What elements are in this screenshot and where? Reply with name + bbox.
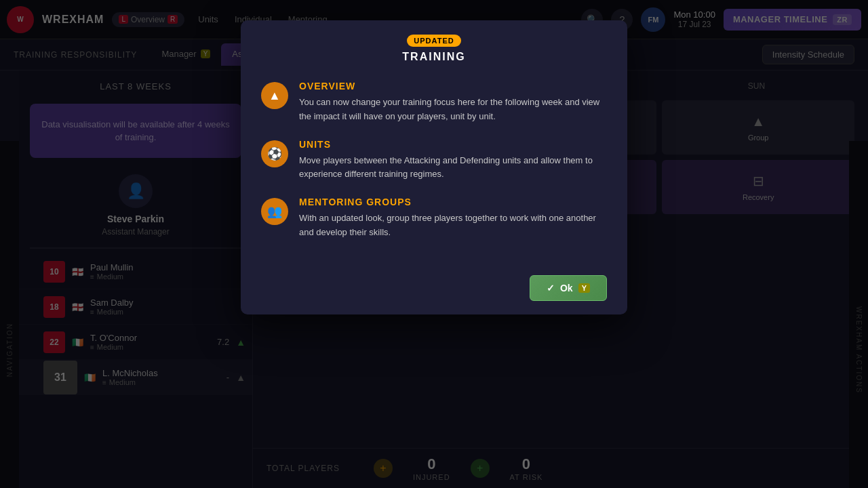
units-text: Move players between the Attacking and D… (299, 154, 607, 182)
mentoring-text: With an updated look, group three player… (299, 211, 607, 240)
overview-title: OVERVIEW (299, 81, 607, 92)
units-title: UNITS (299, 139, 607, 150)
updated-badge: UPDATED (407, 35, 460, 47)
modal-section-content: OVERVIEW You can now change your trainin… (299, 81, 607, 124)
overview-icon: ▲ (261, 82, 288, 109)
modal-header: UPDATED TRAINING (241, 20, 627, 70)
modal-section-mentoring: 👥 MENTORING GROUPS With an updated look,… (261, 197, 607, 240)
ok-label: Ok (560, 283, 573, 293)
modal-footer: ✓ Ok Y (241, 266, 627, 314)
modal-section-content: UNITS Move players between the Attacking… (299, 139, 607, 182)
mentoring-icon: 👥 (261, 198, 288, 225)
ok-badge: Y (578, 283, 590, 293)
units-icon: ⚽ (261, 140, 288, 167)
ok-button[interactable]: ✓ Ok Y (530, 275, 607, 301)
modal-title: TRAINING (261, 51, 607, 63)
overview-text: You can now change your training focus h… (299, 96, 607, 124)
modal-section-content: MENTORING GROUPS With an updated look, g… (299, 197, 607, 240)
modal-overlay: UPDATED TRAINING ▲ OVERVIEW You can now … (0, 0, 868, 488)
modal-body: ▲ OVERVIEW You can now change your train… (241, 70, 627, 266)
mentoring-title: MENTORING GROUPS (299, 197, 607, 207)
modal-section-overview: ▲ OVERVIEW You can now change your train… (261, 81, 607, 124)
modal-section-units: ⚽ UNITS Move players between the Attacki… (261, 139, 607, 182)
training-modal: UPDATED TRAINING ▲ OVERVIEW You can now … (241, 20, 627, 314)
